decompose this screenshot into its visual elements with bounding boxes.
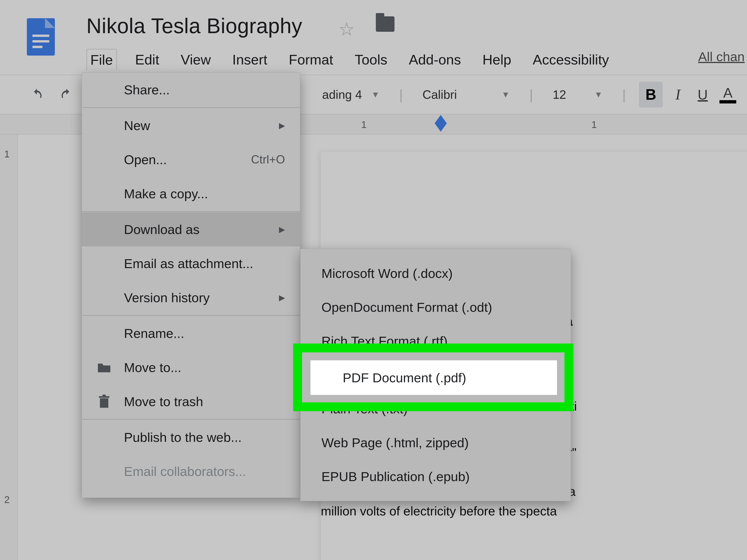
font-family-dropdown[interactable]: Calibri ▼ (416, 87, 516, 102)
menu-bar: File Edit View Insert Format Tools Add-o… (86, 47, 612, 72)
divider (82, 315, 300, 316)
menu-item-email-collaborators[interactable]: Email collaborators... (82, 454, 300, 488)
menu-tools[interactable]: Tools (351, 49, 390, 70)
submenu-item-label: Plain Text (.txt) (321, 401, 408, 416)
submenu-item-epub[interactable]: EPUB Publication (.epub) (301, 460, 571, 493)
submenu-item-label: Microsoft Word (.docx) (321, 266, 453, 281)
chevron-down-icon: ▼ (501, 90, 510, 100)
submenu-item-rtf[interactable]: Rich Text Format (.rtf) (301, 324, 571, 358)
menu-item-label: Rename... (124, 326, 184, 341)
redo-button[interactable] (55, 85, 77, 104)
menu-item-email-attachment[interactable]: Email as attachment... (82, 246, 300, 280)
divider (82, 419, 300, 419)
menu-item-version-history[interactable]: Version history ▶ (82, 280, 300, 314)
divider (82, 211, 300, 212)
font-size-dropdown[interactable]: 12 ▼ (546, 87, 609, 102)
submenu-item-label: Rich Text Format (.rtf) (321, 333, 447, 349)
italic-button[interactable]: I (670, 82, 686, 107)
vruler-number: 1 (4, 149, 9, 160)
file-dropdown-menu: Share... New ▶ Open... Ctrl+O Make a cop… (82, 72, 300, 498)
redo-icon (59, 87, 73, 102)
menu-item-download-as[interactable]: Download as ▶ (82, 212, 300, 246)
menu-item-label: Email collaborators... (124, 464, 246, 479)
menu-item-shortcut: Ctrl+O (251, 153, 285, 166)
paragraph-style-dropdown[interactable]: ading 4 ▼ (316, 87, 386, 102)
menu-item-move-to-trash[interactable]: Move to trash (82, 384, 300, 418)
undo-icon (30, 87, 44, 102)
indent-marker-bottom-icon[interactable] (435, 123, 447, 132)
vruler-number: 2 (4, 494, 9, 505)
menu-item-label: Open... (124, 152, 167, 167)
menu-item-share[interactable]: Share... (82, 73, 300, 107)
menu-item-label: New (124, 118, 150, 133)
menu-item-move-to[interactable]: Move to... (82, 350, 300, 384)
menu-item-label: Publish to the web... (124, 430, 241, 445)
chevron-down-icon: ▼ (371, 90, 380, 100)
menu-format[interactable]: Format (285, 49, 336, 70)
ruler-number: 1 (537, 119, 651, 130)
chevron-right-icon: ▶ (279, 121, 285, 130)
submenu-item-html[interactable]: Web Page (.html, zipped) (301, 426, 571, 460)
submenu-item-label: Web Page (.html, zipped) (321, 435, 469, 450)
text-color-button[interactable]: A (719, 86, 736, 103)
trash-icon (96, 393, 112, 410)
submenu-item-docx[interactable]: Microsoft Word (.docx) (301, 256, 571, 290)
all-changes-saved-link[interactable]: All chan (698, 49, 747, 64)
menu-item-label: Download as (124, 222, 200, 237)
submenu-item-odt[interactable]: OpenDocument Format (.odt) (301, 290, 571, 324)
divider (82, 107, 300, 108)
menu-file[interactable]: File (86, 49, 117, 70)
menu-item-label: Email as attachment... (124, 256, 253, 271)
submenu-item-label: EPUB Publication (.epub) (321, 469, 470, 484)
vertical-ruler[interactable]: 1 2 (0, 134, 18, 560)
menu-insert[interactable]: Insert (229, 49, 271, 70)
body-text: million volts of electricity before the … (321, 504, 557, 518)
menu-view[interactable]: View (177, 49, 214, 70)
folder-icon[interactable] (376, 16, 394, 32)
menu-help[interactable]: Help (479, 49, 515, 70)
menu-item-label: Make a copy... (124, 186, 208, 201)
menu-item-make-copy[interactable]: Make a copy... (82, 177, 300, 211)
underline-button[interactable]: U (693, 82, 713, 107)
menu-accessibility[interactable]: Accessibility (530, 49, 612, 70)
menu-edit[interactable]: Edit (132, 49, 162, 70)
menu-item-label: Share... (124, 82, 170, 97)
ruler-number: 1 (307, 119, 421, 130)
menu-item-label: Move to trash (124, 394, 203, 409)
menu-addons[interactable]: Add-ons (406, 49, 464, 70)
menu-item-rename[interactable]: Rename... (82, 316, 300, 350)
google-docs-icon[interactable] (27, 18, 55, 56)
submenu-item-pdf-highlighted[interactable]: PDF Document (.pdf) (310, 360, 557, 395)
undo-button[interactable] (26, 85, 48, 104)
star-icon[interactable]: ☆ (338, 19, 355, 40)
paragraph-style-value: ading 4 (322, 87, 362, 102)
folder-icon (96, 359, 112, 376)
submenu-item-txt[interactable]: Plain Text (.txt) (301, 392, 571, 426)
chevron-down-icon: ▼ (594, 90, 603, 100)
menu-item-new[interactable]: New ▶ (82, 108, 300, 143)
menu-item-open[interactable]: Open... Ctrl+O (82, 143, 300, 177)
submenu-item-label: PDF Document (.pdf) (343, 370, 466, 385)
submenu-item-label: OpenDocument Format (.odt) (321, 300, 492, 315)
font-family-value: Calibri (422, 87, 457, 102)
document-title[interactable]: Nikola Tesla Biography (86, 14, 302, 38)
bold-button[interactable]: B (639, 82, 663, 107)
menu-item-label: Version history (124, 290, 210, 305)
chevron-right-icon: ▶ (279, 293, 285, 302)
font-size-value: 12 (552, 87, 566, 102)
menu-item-publish-web[interactable]: Publish to the web... (82, 420, 300, 454)
menu-item-label: Move to... (124, 360, 181, 375)
chevron-right-icon: ▶ (279, 225, 285, 234)
indent-marker-icon[interactable] (435, 115, 447, 123)
